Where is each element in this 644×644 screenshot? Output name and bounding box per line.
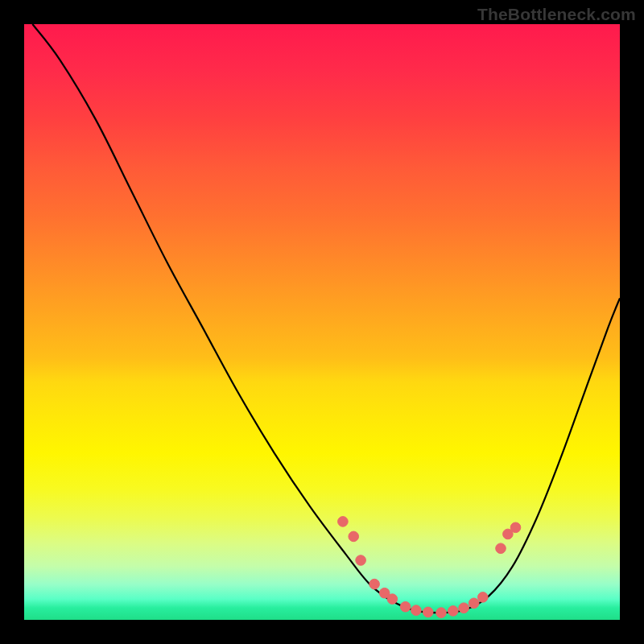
data-point-marker — [387, 594, 398, 605]
data-point-marker — [400, 601, 411, 612]
data-point-marker — [423, 607, 433, 617]
data-point-marker — [369, 579, 380, 589]
data-point-marker — [436, 608, 447, 618]
data-point-marker — [338, 517, 349, 527]
data-point-marker — [349, 531, 359, 542]
data-point-marker — [411, 605, 422, 616]
data-point-marker — [448, 606, 459, 617]
data-point-marker — [510, 522, 521, 533]
watermark-text: TheBottleneck.com — [477, 5, 636, 24]
data-point-marker — [469, 598, 479, 609]
chart-svg — [24, 24, 620, 620]
data-point-marker — [356, 555, 366, 566]
curve-line — [32, 24, 620, 613]
curve-markers — [338, 517, 521, 618]
chart-plot-area — [24, 24, 620, 620]
data-point-marker — [459, 603, 469, 613]
data-point-marker — [496, 543, 506, 554]
data-point-marker — [478, 592, 489, 603]
